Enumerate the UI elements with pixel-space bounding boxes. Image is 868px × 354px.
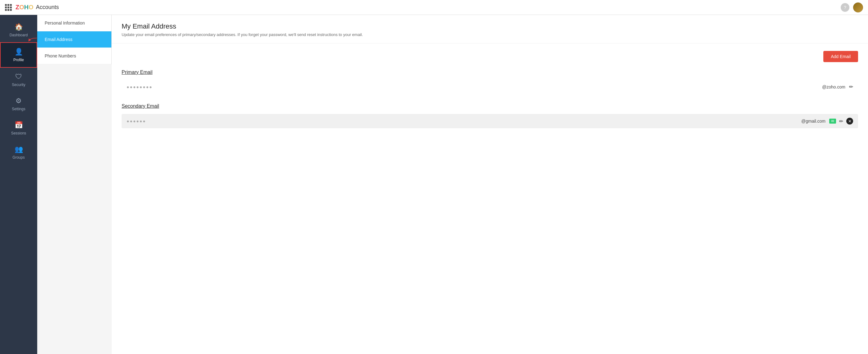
mail-icon — [829, 119, 836, 124]
sidebar-item-profile[interactable]: 👤 Profile — [0, 42, 37, 68]
profile-icon: 👤 — [14, 48, 23, 56]
subnav-item-phone-numbers[interactable]: Phone Numbers — [37, 48, 112, 64]
sidebar: 🏠 Dashboard 👤 Profile 🛡 Security ⚙ Setti… — [0, 15, 37, 354]
subnav-container: Personal Information Email Address Phone… — [37, 15, 112, 354]
close-circle-icon: ✕ — [846, 118, 853, 124]
secondary-email-edit-button[interactable]: ✏ — [839, 118, 843, 124]
help-icon[interactable]: ? — [841, 3, 849, 12]
user-avatar[interactable] — [853, 2, 863, 12]
sidebar-item-sessions[interactable]: 📅 Sessions — [0, 116, 37, 140]
primary-email-blurred: ●●●●●●●● — [127, 85, 818, 89]
zoho-logo: ZOHO — [16, 4, 33, 11]
content-body: Add Email Primary Email ●●●●●●●● @zoho.c… — [112, 43, 868, 146]
secondary-email-row: ●●●●●● @gmail.com ✏ ✕ — [122, 114, 858, 128]
sidebar-label-sessions: Sessions — [11, 131, 26, 136]
sidebar-item-groups[interactable]: 👥 Groups — [0, 140, 37, 165]
subnav-item-email-address[interactable]: Email Address — [37, 31, 112, 48]
grid-menu-icon[interactable] — [5, 4, 12, 11]
secondary-email-section: Secondary Email ●●●●●● @gmail.com ✏ ✕ — [122, 104, 858, 128]
primary-email-row: ●●●●●●●● @zoho.com ✏ — [122, 80, 858, 93]
subnav-item-personal-info[interactable]: Personal Information — [37, 15, 112, 31]
sidebar-label-dashboard: Dashboard — [10, 33, 28, 37]
primary-email-actions: ✏ — [849, 84, 853, 90]
secondary-email-domain: @gmail.com — [801, 119, 826, 124]
header-right: ? — [841, 2, 863, 12]
subnav: Personal Information Email Address Phone… — [37, 15, 112, 64]
primary-email-section: Primary Email ●●●●●●●● @zoho.com ✏ — [122, 69, 858, 93]
edit-pencil-icon: ✏ — [849, 84, 853, 90]
sidebar-item-settings[interactable]: ⚙ Settings — [0, 92, 37, 116]
main-layout: 🏠 Dashboard 👤 Profile 🛡 Security ⚙ Setti… — [0, 15, 868, 354]
page-description: Update your email preferences of primary… — [122, 32, 858, 37]
app-title: Accounts — [36, 4, 841, 10]
content-area: My Email Address Update your email prefe… — [112, 15, 868, 354]
secondary-email-mail-button[interactable] — [829, 119, 836, 124]
settings-icon: ⚙ — [16, 97, 22, 105]
sidebar-label-security: Security — [12, 83, 25, 87]
sidebar-item-security[interactable]: 🛡 Security — [0, 68, 37, 92]
secondary-email-actions: ✏ ✕ — [829, 118, 853, 124]
security-icon: 🛡 — [15, 73, 22, 81]
primary-email-edit-button[interactable]: ✏ — [849, 84, 853, 90]
groups-icon: 👥 — [14, 145, 23, 153]
sidebar-label-groups: Groups — [12, 155, 25, 159]
sessions-icon: 📅 — [14, 121, 23, 129]
secondary-email-blurred: ●●●●●● — [127, 119, 798, 124]
section-header: Add Email — [122, 51, 858, 62]
add-email-button[interactable]: Add Email — [823, 51, 858, 62]
sidebar-label-settings: Settings — [12, 107, 25, 111]
secondary-edit-pencil-icon: ✏ — [839, 118, 843, 124]
secondary-email-title: Secondary Email — [122, 104, 858, 109]
sidebar-label-profile: Profile — [13, 58, 24, 62]
secondary-email-remove-button[interactable]: ✕ — [846, 118, 853, 124]
page-title: My Email Address — [122, 22, 858, 30]
sidebar-item-dashboard[interactable]: 🏠 Dashboard — [0, 18, 37, 42]
primary-email-domain: @zoho.com — [822, 85, 845, 89]
top-header: ZOHO Accounts ? — [0, 0, 868, 15]
content-header: My Email Address Update your email prefe… — [112, 15, 868, 43]
dashboard-icon: 🏠 — [14, 23, 23, 31]
primary-email-title: Primary Email — [122, 69, 858, 75]
